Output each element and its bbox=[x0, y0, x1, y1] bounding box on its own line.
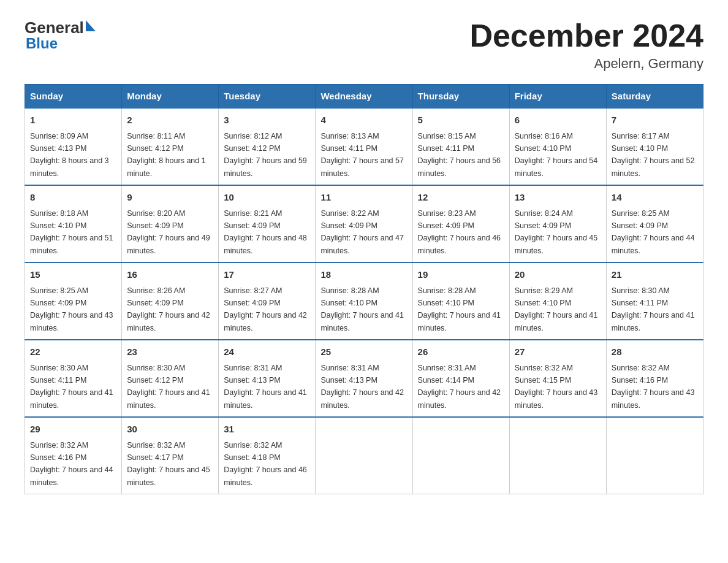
calendar-cell: 31 Sunrise: 8:32 AMSunset: 4:18 PMDaylig… bbox=[219, 417, 316, 494]
calendar-cell: 20 Sunrise: 8:29 AMSunset: 4:10 PMDaylig… bbox=[509, 262, 606, 340]
day-info: Sunrise: 8:30 AMSunset: 4:11 PMDaylight:… bbox=[612, 286, 695, 332]
day-number: 6 bbox=[515, 113, 601, 128]
day-info: Sunrise: 8:30 AMSunset: 4:12 PMDaylight:… bbox=[127, 364, 210, 410]
day-number: 17 bbox=[224, 268, 310, 282]
calendar-cell: 5 Sunrise: 8:15 AMSunset: 4:11 PMDayligh… bbox=[412, 108, 509, 185]
calendar-cell: 1 Sunrise: 8:09 AMSunset: 4:13 PMDayligh… bbox=[25, 108, 122, 185]
day-info: Sunrise: 8:31 AMSunset: 4:13 PMDaylight:… bbox=[224, 364, 307, 410]
calendar-cell: 18 Sunrise: 8:28 AMSunset: 4:10 PMDaylig… bbox=[316, 262, 412, 340]
week-row-4: 22 Sunrise: 8:30 AMSunset: 4:11 PMDaylig… bbox=[25, 340, 703, 417]
month-title: December 2024 bbox=[469, 18, 703, 53]
day-number: 12 bbox=[418, 191, 504, 205]
calendar-cell: 21 Sunrise: 8:30 AMSunset: 4:11 PMDaylig… bbox=[606, 262, 703, 340]
day-info: Sunrise: 8:09 AMSunset: 4:13 PMDaylight:… bbox=[30, 132, 109, 178]
day-header-sunday: Sunday bbox=[25, 85, 122, 109]
calendar-cell: 27 Sunrise: 8:32 AMSunset: 4:15 PMDaylig… bbox=[509, 340, 606, 417]
day-info: Sunrise: 8:11 AMSunset: 4:12 PMDaylight:… bbox=[127, 132, 206, 178]
day-number: 19 bbox=[418, 268, 504, 282]
day-info: Sunrise: 8:31 AMSunset: 4:14 PMDaylight:… bbox=[418, 364, 501, 410]
calendar-cell: 28 Sunrise: 8:32 AMSunset: 4:16 PMDaylig… bbox=[606, 340, 703, 417]
calendar-cell: 3 Sunrise: 8:12 AMSunset: 4:12 PMDayligh… bbox=[219, 108, 316, 185]
calendar-cell: 4 Sunrise: 8:13 AMSunset: 4:11 PMDayligh… bbox=[316, 108, 412, 185]
calendar-cell bbox=[316, 417, 412, 494]
day-number: 18 bbox=[320, 268, 407, 282]
calendar-cell: 2 Sunrise: 8:11 AMSunset: 4:12 PMDayligh… bbox=[122, 108, 219, 185]
day-number: 23 bbox=[127, 345, 213, 359]
day-info: Sunrise: 8:22 AMSunset: 4:09 PMDaylight:… bbox=[320, 209, 404, 255]
calendar-cell: 11 Sunrise: 8:22 AMSunset: 4:09 PMDaylig… bbox=[316, 185, 412, 262]
day-info: Sunrise: 8:20 AMSunset: 4:09 PMDaylight:… bbox=[127, 209, 210, 255]
day-number: 28 bbox=[612, 345, 698, 359]
day-header-monday: Monday bbox=[122, 85, 219, 109]
calendar-cell: 6 Sunrise: 8:16 AMSunset: 4:10 PMDayligh… bbox=[509, 108, 606, 185]
week-row-2: 8 Sunrise: 8:18 AMSunset: 4:10 PMDayligh… bbox=[25, 185, 703, 262]
calendar-cell: 13 Sunrise: 8:24 AMSunset: 4:09 PMDaylig… bbox=[509, 185, 606, 262]
day-info: Sunrise: 8:16 AMSunset: 4:10 PMDaylight:… bbox=[515, 132, 598, 178]
day-header-saturday: Saturday bbox=[606, 85, 703, 109]
page-header: General Blue December 2024 Apelern, Germ… bbox=[25, 18, 703, 72]
calendar-cell bbox=[509, 417, 606, 494]
calendar-cell bbox=[606, 417, 703, 494]
day-number: 25 bbox=[320, 345, 407, 359]
calendar-cell: 12 Sunrise: 8:23 AMSunset: 4:09 PMDaylig… bbox=[412, 185, 509, 262]
calendar-cell: 24 Sunrise: 8:31 AMSunset: 4:13 PMDaylig… bbox=[219, 340, 316, 417]
day-header-thursday: Thursday bbox=[412, 85, 509, 109]
week-row-5: 29 Sunrise: 8:32 AMSunset: 4:16 PMDaylig… bbox=[25, 417, 703, 494]
calendar-cell: 19 Sunrise: 8:28 AMSunset: 4:10 PMDaylig… bbox=[412, 262, 509, 340]
day-info: Sunrise: 8:32 AMSunset: 4:16 PMDaylight:… bbox=[30, 441, 113, 487]
calendar-cell: 15 Sunrise: 8:25 AMSunset: 4:09 PMDaylig… bbox=[25, 262, 122, 340]
calendar-cell: 8 Sunrise: 8:18 AMSunset: 4:10 PMDayligh… bbox=[25, 185, 122, 262]
day-number: 4 bbox=[320, 113, 407, 128]
day-info: Sunrise: 8:28 AMSunset: 4:10 PMDaylight:… bbox=[320, 286, 404, 332]
day-number: 10 bbox=[224, 191, 310, 205]
day-number: 31 bbox=[224, 423, 310, 437]
week-row-3: 15 Sunrise: 8:25 AMSunset: 4:09 PMDaylig… bbox=[25, 262, 703, 340]
logo-blue-text: Blue bbox=[26, 35, 58, 52]
day-number: 11 bbox=[320, 191, 407, 205]
day-number: 13 bbox=[515, 191, 601, 205]
day-number: 9 bbox=[127, 191, 213, 205]
day-number: 5 bbox=[418, 113, 504, 128]
day-header-tuesday: Tuesday bbox=[219, 85, 316, 109]
day-info: Sunrise: 8:32 AMSunset: 4:16 PMDaylight:… bbox=[612, 364, 695, 410]
day-number: 2 bbox=[127, 113, 213, 128]
calendar-cell: 16 Sunrise: 8:26 AMSunset: 4:09 PMDaylig… bbox=[122, 262, 219, 340]
days-of-week-row: SundayMondayTuesdayWednesdayThursdayFrid… bbox=[25, 85, 703, 109]
day-number: 8 bbox=[30, 191, 116, 205]
calendar-cell: 7 Sunrise: 8:17 AMSunset: 4:10 PMDayligh… bbox=[606, 108, 703, 185]
day-info: Sunrise: 8:32 AMSunset: 4:17 PMDaylight:… bbox=[127, 441, 210, 487]
calendar-cell: 23 Sunrise: 8:30 AMSunset: 4:12 PMDaylig… bbox=[122, 340, 219, 417]
day-number: 3 bbox=[224, 113, 310, 128]
calendar-cell: 22 Sunrise: 8:30 AMSunset: 4:11 PMDaylig… bbox=[25, 340, 122, 417]
calendar-body: 1 Sunrise: 8:09 AMSunset: 4:13 PMDayligh… bbox=[25, 108, 703, 494]
logo-arrow-icon bbox=[86, 20, 96, 31]
day-info: Sunrise: 8:26 AMSunset: 4:09 PMDaylight:… bbox=[127, 286, 210, 332]
calendar-cell: 17 Sunrise: 8:27 AMSunset: 4:09 PMDaylig… bbox=[219, 262, 316, 340]
day-info: Sunrise: 8:32 AMSunset: 4:15 PMDaylight:… bbox=[515, 364, 598, 410]
day-info: Sunrise: 8:30 AMSunset: 4:11 PMDaylight:… bbox=[30, 364, 113, 410]
calendar-cell: 25 Sunrise: 8:31 AMSunset: 4:13 PMDaylig… bbox=[316, 340, 412, 417]
calendar-cell: 14 Sunrise: 8:25 AMSunset: 4:09 PMDaylig… bbox=[606, 185, 703, 262]
title-block: December 2024 Apelern, Germany bbox=[469, 18, 703, 72]
day-header-wednesday: Wednesday bbox=[316, 85, 412, 109]
day-number: 21 bbox=[612, 268, 698, 282]
calendar-cell: 29 Sunrise: 8:32 AMSunset: 4:16 PMDaylig… bbox=[25, 417, 122, 494]
day-number: 24 bbox=[224, 345, 310, 359]
calendar-cell bbox=[412, 417, 509, 494]
day-info: Sunrise: 8:21 AMSunset: 4:09 PMDaylight:… bbox=[224, 209, 307, 255]
day-number: 16 bbox=[127, 268, 213, 282]
day-info: Sunrise: 8:31 AMSunset: 4:13 PMDaylight:… bbox=[320, 364, 404, 410]
day-header-friday: Friday bbox=[509, 85, 606, 109]
day-info: Sunrise: 8:12 AMSunset: 4:12 PMDaylight:… bbox=[224, 132, 307, 178]
logo: General Blue bbox=[25, 18, 96, 52]
calendar-header: SundayMondayTuesdayWednesdayThursdayFrid… bbox=[25, 85, 703, 109]
day-info: Sunrise: 8:32 AMSunset: 4:18 PMDaylight:… bbox=[224, 441, 307, 487]
location-text: Apelern, Germany bbox=[469, 56, 703, 72]
day-number: 20 bbox=[515, 268, 601, 282]
calendar-cell: 9 Sunrise: 8:20 AMSunset: 4:09 PMDayligh… bbox=[122, 185, 219, 262]
day-info: Sunrise: 8:13 AMSunset: 4:11 PMDaylight:… bbox=[320, 132, 404, 178]
day-number: 26 bbox=[418, 345, 504, 359]
day-number: 15 bbox=[30, 268, 116, 282]
day-info: Sunrise: 8:25 AMSunset: 4:09 PMDaylight:… bbox=[30, 286, 113, 332]
calendar-cell: 10 Sunrise: 8:21 AMSunset: 4:09 PMDaylig… bbox=[219, 185, 316, 262]
